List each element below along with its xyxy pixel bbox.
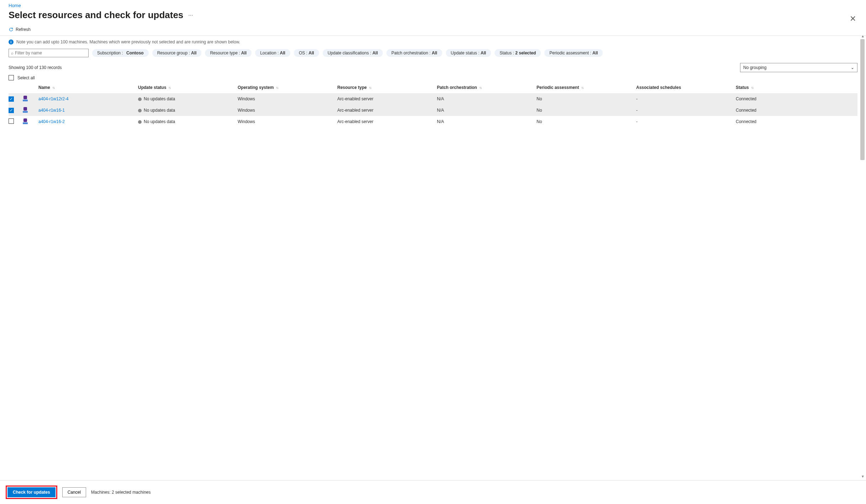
col-name[interactable]: Name↑↓ bbox=[38, 85, 138, 90]
cell-os: Windows bbox=[238, 96, 337, 101]
cell-patch-orchestration: N/A bbox=[437, 108, 537, 113]
close-icon[interactable]: ✕ bbox=[850, 14, 856, 23]
cell-associated-schedules: - bbox=[636, 108, 736, 113]
server-icon bbox=[23, 96, 28, 101]
cell-periodic-assessment: No bbox=[537, 96, 636, 101]
filter-name-input[interactable] bbox=[15, 51, 86, 55]
filter-status[interactable]: Status : 2 selected bbox=[495, 49, 541, 57]
records-count: Showing 100 of 130 records bbox=[9, 65, 62, 70]
col-operating-system[interactable]: Operating system↑↓ bbox=[238, 85, 337, 90]
server-icon bbox=[23, 107, 28, 113]
cell-os: Windows bbox=[238, 119, 337, 124]
sort-icon: ↑↓ bbox=[479, 86, 481, 90]
scroll-down-icon[interactable]: ▼ bbox=[861, 474, 865, 478]
grouping-value: No grouping bbox=[743, 65, 766, 70]
sort-icon: ↑↓ bbox=[751, 86, 753, 90]
filter-periodic-assessment[interactable]: Periodic assessment : All bbox=[544, 49, 603, 57]
server-icon bbox=[23, 118, 28, 124]
check-for-updates-button[interactable]: Check for updates bbox=[7, 487, 56, 497]
col-associated-schedules[interactable]: Associated schedules bbox=[636, 85, 736, 90]
more-actions-icon[interactable]: ··· bbox=[188, 12, 193, 18]
filter-subscription[interactable]: Subscription : Contoso bbox=[92, 49, 149, 57]
row-checkbox[interactable] bbox=[9, 96, 14, 102]
search-icon: ⌕ bbox=[11, 51, 14, 55]
filter-location[interactable]: Location : All bbox=[255, 49, 290, 57]
status-dot-icon bbox=[138, 120, 142, 124]
breadcrumb: Home bbox=[0, 0, 866, 8]
refresh-button[interactable]: Refresh bbox=[9, 27, 31, 32]
col-periodic-assessment[interactable]: Periodic assessment↑↓ bbox=[537, 85, 636, 90]
row-checkbox[interactable] bbox=[9, 108, 14, 113]
cell-patch-orchestration: N/A bbox=[437, 96, 537, 101]
cell-status: Connected bbox=[736, 108, 835, 113]
cell-resource-type: Arc-enabled server bbox=[337, 108, 437, 113]
filter-update-status[interactable]: Update status : All bbox=[446, 49, 491, 57]
cell-associated-schedules: - bbox=[636, 119, 736, 124]
filter-patch-orchestration[interactable]: Patch orchestration : All bbox=[386, 49, 442, 57]
refresh-icon bbox=[9, 27, 14, 32]
grouping-select[interactable]: No grouping ⌄ bbox=[740, 63, 857, 72]
resource-name-link[interactable]: a404-r1w16-1 bbox=[38, 108, 65, 113]
status-dot-icon bbox=[138, 109, 142, 112]
col-patch-orchestration[interactable]: Patch orchestration↑↓ bbox=[437, 85, 537, 90]
cell-patch-orchestration: N/A bbox=[437, 119, 537, 124]
filter-name-input-wrapper[interactable]: ⌕ bbox=[9, 49, 89, 57]
highlight-annotation: Check for updates bbox=[6, 486, 57, 499]
breadcrumb-home[interactable]: Home bbox=[9, 3, 21, 8]
cell-status: Connected bbox=[736, 119, 835, 124]
page-title: Select resources and check for updates bbox=[9, 10, 183, 21]
table-row[interactable]: a404-r1w16-1No updates dataWindowsArc-en… bbox=[9, 105, 857, 116]
cell-update-status: No updates data bbox=[144, 108, 175, 113]
cell-status: Connected bbox=[736, 96, 835, 101]
filter-resource-group[interactable]: Resource group : All bbox=[152, 49, 202, 57]
cell-os: Windows bbox=[238, 108, 337, 113]
filter-update-classifications[interactable]: Update classifications : All bbox=[323, 49, 383, 57]
col-status[interactable]: Status↑↓ bbox=[736, 85, 835, 90]
select-all-label: Select all bbox=[17, 75, 35, 80]
filter-os[interactable]: OS : All bbox=[294, 49, 319, 57]
select-all-checkbox[interactable] bbox=[9, 75, 14, 80]
col-resource-type[interactable]: Resource type↑↓ bbox=[337, 85, 437, 90]
sort-icon: ↑↓ bbox=[581, 86, 583, 90]
sort-icon: ↑↓ bbox=[52, 86, 54, 90]
col-update-status[interactable]: Update status↑↓ bbox=[138, 85, 238, 90]
cell-associated-schedules: - bbox=[636, 96, 736, 101]
refresh-label: Refresh bbox=[16, 27, 31, 32]
resources-table: Name↑↓ Update status↑↓ Operating system↑… bbox=[9, 82, 857, 127]
cell-periodic-assessment: No bbox=[537, 108, 636, 113]
info-text: Note you can add upto 100 machines. Mach… bbox=[16, 39, 240, 44]
table-row[interactable]: a404-r1w16-2No updates dataWindowsArc-en… bbox=[9, 116, 857, 127]
cell-resource-type: Arc-enabled server bbox=[337, 96, 437, 101]
cell-resource-type: Arc-enabled server bbox=[337, 119, 437, 124]
chevron-down-icon: ⌄ bbox=[851, 65, 854, 70]
info-icon: i bbox=[9, 39, 14, 44]
table-row[interactable]: a404-r1w12r2-4No updates dataWindowsArc-… bbox=[9, 93, 857, 105]
status-dot-icon bbox=[138, 97, 142, 101]
cell-update-status: No updates data bbox=[144, 96, 175, 101]
resource-name-link[interactable]: a404-r1w16-2 bbox=[38, 119, 65, 124]
scrollbar-thumb[interactable] bbox=[860, 39, 865, 160]
sort-icon: ↑↓ bbox=[168, 86, 170, 90]
cell-periodic-assessment: No bbox=[537, 119, 636, 124]
cancel-button[interactable]: Cancel bbox=[62, 487, 86, 497]
scroll-up-icon[interactable]: ▲ bbox=[861, 34, 865, 38]
filter-resource-type[interactable]: Resource type : All bbox=[205, 49, 252, 57]
table-header: Name↑↓ Update status↑↓ Operating system↑… bbox=[9, 82, 857, 93]
row-checkbox[interactable] bbox=[9, 118, 14, 124]
sort-icon: ↑↓ bbox=[276, 86, 278, 90]
sort-icon: ↑↓ bbox=[369, 86, 371, 90]
footer-status: Machines: 2 selected machines bbox=[91, 490, 151, 495]
cell-update-status: No updates data bbox=[144, 119, 175, 124]
resource-name-link[interactable]: a404-r1w12r2-4 bbox=[38, 96, 69, 101]
